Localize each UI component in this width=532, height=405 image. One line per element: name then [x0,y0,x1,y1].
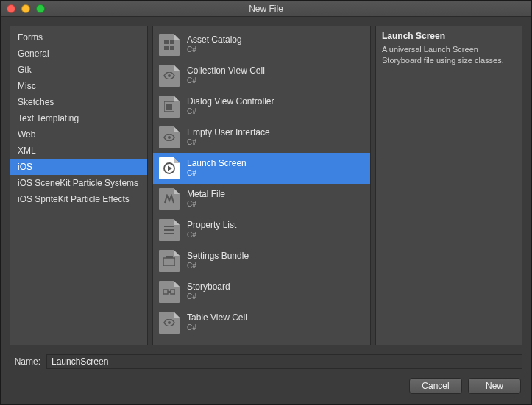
list-icon [159,219,180,241]
detail-description: A universal Launch Screen Storyboard fil… [382,44,516,66]
template-title: Property List [187,221,236,230]
template-item[interactable]: Empty User InterfaceC# [153,122,370,153]
cancel-button[interactable]: Cancel [409,378,462,394]
svg-rect-11 [164,233,174,234]
grid-icon [159,34,180,56]
category-item[interactable]: Web [10,126,147,143]
template-item[interactable]: Property ListC# [153,215,370,245]
category-item[interactable]: iOS SceneKit Particle Systems [10,175,147,191]
template-subtitle: C# [187,292,230,301]
template-subtitle: C# [187,230,236,240]
titlebar: New File [1,1,531,17]
template-subtitle: C# [187,168,247,178]
svg-point-17 [168,321,171,324]
category-item[interactable]: General [10,46,147,62]
category-list: FormsGeneralGtkMiscSketchesText Templati… [10,26,148,345]
template-subtitle: C# [187,261,249,270]
category-item[interactable]: iOS [10,159,147,175]
new-file-dialog: New File FormsGeneralGtkMiscSketchesText… [0,0,532,405]
template-title: Settings Bundle [187,251,249,261]
template-title: Metal File [187,190,225,199]
template-subtitle: C# [187,76,265,85]
storyboard-icon [159,281,180,303]
svg-rect-0 [164,40,169,44]
svg-rect-12 [163,258,175,266]
svg-point-7 [168,136,171,139]
dialog-body: FormsGeneralGtkMiscSketchesText Templati… [1,17,531,404]
close-icon[interactable] [7,4,15,13]
template-title: Asset Catalog [187,35,242,45]
name-label: Name: [10,356,40,367]
template-title: Dialog View Controller [187,97,274,107]
category-item[interactable]: Text Templating [10,110,147,126]
template-item[interactable]: Collection View CellC# [153,60,370,91]
svg-rect-3 [170,46,174,50]
template-item[interactable]: StoryboardC# [153,276,370,307]
minimize-icon[interactable] [21,4,30,13]
svg-rect-15 [171,290,175,294]
category-item[interactable]: iOS SpriteKit Particle Effects [10,191,147,207]
category-item[interactable]: Sketches [10,94,147,110]
svg-rect-2 [164,46,169,50]
svg-rect-13 [166,256,173,258]
category-item[interactable]: Gtk [10,62,147,78]
new-button[interactable]: New [468,378,521,394]
bundle-icon [159,250,180,272]
name-input[interactable] [46,354,522,369]
template-title: Table View Cell [187,313,247,323]
window-controls [1,4,45,13]
detail-title: Launch Screen [382,31,516,41]
template-item[interactable]: Launch ScreenC# [153,153,370,184]
template-item[interactable]: Asset CatalogC# [153,29,370,60]
eye-icon [159,126,180,148]
svg-point-4 [168,74,171,77]
template-subtitle: C# [187,107,274,116]
dialog-footer: Cancel New [10,378,522,395]
category-item[interactable]: Misc [10,78,147,94]
category-item[interactable]: Forms [10,29,147,46]
eye-icon [159,65,180,87]
template-item[interactable]: Settings BundleC# [153,245,370,276]
svg-rect-14 [163,290,168,294]
name-row: Name: [10,354,522,369]
template-subtitle: C# [187,323,247,332]
template-title: Launch Screen [187,159,247,168]
template-subtitle: C# [187,137,270,147]
template-item[interactable]: Table View CellC# [153,307,370,338]
template-title: Collection View Cell [187,66,265,76]
svg-rect-9 [164,226,174,227]
svg-rect-16 [168,291,171,293]
swatch-icon [159,96,180,118]
zoom-icon[interactable] [36,4,45,13]
detail-pane: Launch Screen A universal Launch Screen … [375,26,522,345]
template-list: Asset CatalogC#Collection View CellC#Dia… [152,26,371,345]
svg-rect-6 [166,104,172,110]
svg-rect-10 [164,229,174,231]
svg-rect-1 [170,40,174,44]
template-title: Empty User Interface [187,128,270,137]
play-icon [159,157,180,179]
template-title: Storyboard [187,282,230,292]
template-subtitle: C# [187,199,225,209]
category-item[interactable]: XML [10,143,147,159]
metal-icon [159,188,180,210]
window-title: New File [1,4,531,14]
panes: FormsGeneralGtkMiscSketchesText Templati… [10,26,522,345]
eye-icon [159,312,180,334]
template-item[interactable]: Dialog View ControllerC# [153,91,370,122]
template-item[interactable]: Metal FileC# [153,184,370,215]
template-subtitle: C# [187,45,242,54]
